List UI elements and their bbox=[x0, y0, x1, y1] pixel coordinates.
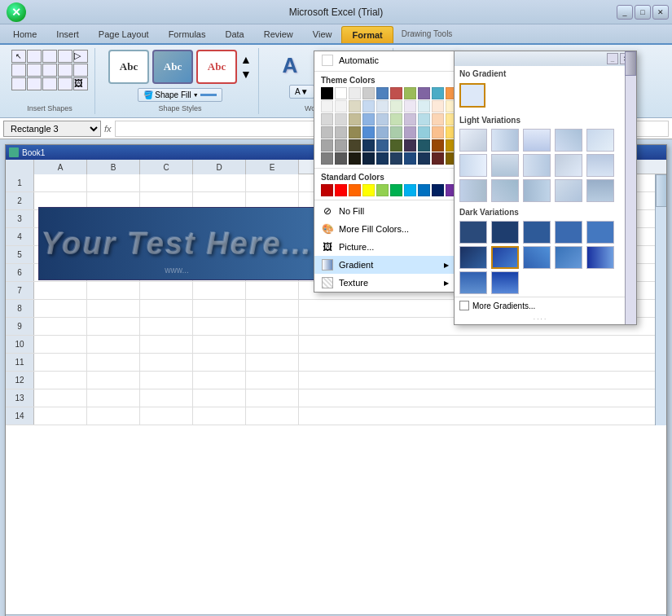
color-swatch-std-9[interactable] bbox=[432, 184, 444, 196]
color-swatch[interactable] bbox=[349, 126, 361, 139]
dark-var-7-selected[interactable] bbox=[491, 246, 519, 269]
color-swatch[interactable] bbox=[404, 100, 416, 112]
shape-tool-circle[interactable] bbox=[58, 50, 72, 63]
tab-formulas[interactable]: Formulas bbox=[159, 26, 216, 43]
cell-b10[interactable] bbox=[87, 336, 140, 354]
cell-e12[interactable] bbox=[246, 372, 299, 389]
color-swatch[interactable] bbox=[362, 100, 375, 112]
cell-d10[interactable] bbox=[193, 336, 246, 354]
tab-view[interactable]: View bbox=[303, 26, 342, 43]
light-var-12[interactable] bbox=[491, 179, 519, 202]
shape-styles-scroll-down[interactable]: ▼ bbox=[240, 68, 252, 81]
color-swatch[interactable] bbox=[390, 113, 402, 125]
cell-c9[interactable] bbox=[140, 318, 193, 336]
dark-var-5[interactable] bbox=[586, 221, 614, 244]
light-var-8[interactable] bbox=[523, 154, 551, 177]
shape-tool-rect[interactable] bbox=[42, 50, 57, 63]
shape-tool-2[interactable] bbox=[11, 64, 26, 77]
light-var-11[interactable] bbox=[459, 179, 487, 202]
cell-c11[interactable] bbox=[140, 354, 193, 372]
color-swatch[interactable] bbox=[335, 152, 347, 165]
color-swatch[interactable] bbox=[404, 126, 416, 139]
color-swatch[interactable] bbox=[432, 126, 444, 139]
color-swatch[interactable] bbox=[335, 87, 347, 99]
shape-tool-cursor[interactable]: ↖ bbox=[11, 50, 26, 63]
gradient-panel-scrollbar[interactable] bbox=[625, 51, 636, 324]
cell-d1[interactable] bbox=[193, 174, 246, 192]
color-swatch[interactable] bbox=[349, 152, 361, 165]
color-swatch[interactable] bbox=[349, 139, 361, 152]
light-var-10[interactable] bbox=[586, 154, 614, 177]
tab-data[interactable]: Data bbox=[215, 26, 253, 43]
color-swatch[interactable] bbox=[432, 87, 444, 99]
light-var-6[interactable] bbox=[459, 154, 487, 177]
color-swatch[interactable] bbox=[349, 87, 361, 99]
dark-var-11[interactable] bbox=[459, 271, 487, 294]
maximize-btn[interactable]: □ bbox=[635, 5, 651, 20]
color-swatch-std-1[interactable] bbox=[321, 184, 333, 196]
light-var-15[interactable] bbox=[586, 179, 614, 202]
shape-tool-5[interactable] bbox=[58, 64, 72, 77]
cell-e9[interactable] bbox=[246, 318, 299, 336]
vertical-scrollbar[interactable] bbox=[655, 174, 666, 425]
color-swatch-std-5[interactable] bbox=[376, 184, 389, 196]
color-swatch-std-2[interactable] bbox=[335, 184, 347, 196]
color-swatch[interactable] bbox=[376, 87, 389, 99]
cell-b7[interactable] bbox=[87, 282, 140, 300]
color-swatch[interactable] bbox=[376, 126, 389, 139]
color-swatch[interactable] bbox=[418, 113, 430, 125]
color-swatch[interactable] bbox=[404, 113, 416, 125]
col-header-e[interactable]: E bbox=[246, 160, 299, 174]
shape-style-2[interactable]: Abc bbox=[152, 50, 193, 84]
v-scroll-thumb[interactable] bbox=[656, 174, 666, 207]
shape-tool-7[interactable] bbox=[11, 77, 26, 90]
dark-var-12[interactable] bbox=[491, 271, 519, 294]
light-var-13[interactable] bbox=[523, 179, 551, 202]
light-var-9[interactable] bbox=[555, 154, 582, 177]
more-fill-colors-item[interactable]: 🎨 More Fill Colors... bbox=[314, 220, 455, 238]
color-swatch[interactable] bbox=[418, 152, 430, 165]
color-swatch-std-6[interactable] bbox=[390, 184, 402, 196]
cell-d9[interactable] bbox=[193, 318, 246, 336]
cell-e14[interactable] bbox=[246, 407, 299, 425]
cell-e10[interactable] bbox=[246, 336, 299, 354]
color-swatch[interactable] bbox=[362, 126, 375, 139]
cell-d8[interactable] bbox=[193, 300, 246, 318]
color-swatch[interactable] bbox=[418, 126, 430, 139]
color-swatch[interactable] bbox=[376, 100, 389, 112]
wordart-style-1[interactable]: A bbox=[272, 50, 308, 81]
dark-var-8[interactable] bbox=[523, 246, 551, 269]
light-var-4[interactable] bbox=[555, 129, 582, 152]
color-swatch[interactable] bbox=[404, 152, 416, 165]
tab-home[interactable]: Home bbox=[3, 26, 46, 43]
close-btn[interactable]: ✕ bbox=[652, 5, 669, 20]
col-header-c[interactable]: C bbox=[140, 160, 193, 174]
shape-tool-9[interactable] bbox=[42, 77, 57, 90]
cell-c7[interactable] bbox=[140, 282, 193, 300]
cell-a1[interactable] bbox=[34, 174, 87, 192]
cell-d7[interactable] bbox=[193, 282, 246, 300]
color-swatch[interactable] bbox=[321, 113, 333, 125]
no-gradient-swatch[interactable] bbox=[459, 83, 485, 108]
cell-a9[interactable] bbox=[34, 318, 87, 336]
color-swatch[interactable] bbox=[432, 139, 444, 152]
more-gradients-label[interactable]: More Gradients... bbox=[472, 301, 535, 310]
color-swatch[interactable] bbox=[376, 113, 389, 125]
col-header-a[interactable]: A bbox=[34, 160, 87, 174]
color-swatch[interactable] bbox=[404, 87, 416, 99]
cell-b1[interactable] bbox=[87, 174, 140, 192]
cell-c10[interactable] bbox=[140, 336, 193, 354]
shape-fill-button[interactable]: 🪣 Shape Fill ▼ bbox=[138, 88, 222, 102]
dark-var-9[interactable] bbox=[555, 246, 582, 269]
color-swatch[interactable] bbox=[335, 139, 347, 152]
color-swatch[interactable] bbox=[418, 139, 430, 152]
cell-c8[interactable] bbox=[140, 300, 193, 318]
color-swatch[interactable] bbox=[418, 87, 430, 99]
cell-b11[interactable] bbox=[87, 354, 140, 372]
cell-a11[interactable] bbox=[34, 354, 87, 372]
gradient-scroll-thumb[interactable] bbox=[625, 51, 636, 76]
cell-e11[interactable] bbox=[246, 354, 299, 372]
shape-tool-img[interactable]: 🖼 bbox=[73, 77, 88, 90]
name-box[interactable]: Rectangle 3 bbox=[3, 121, 101, 137]
cell-b14[interactable] bbox=[87, 407, 140, 425]
